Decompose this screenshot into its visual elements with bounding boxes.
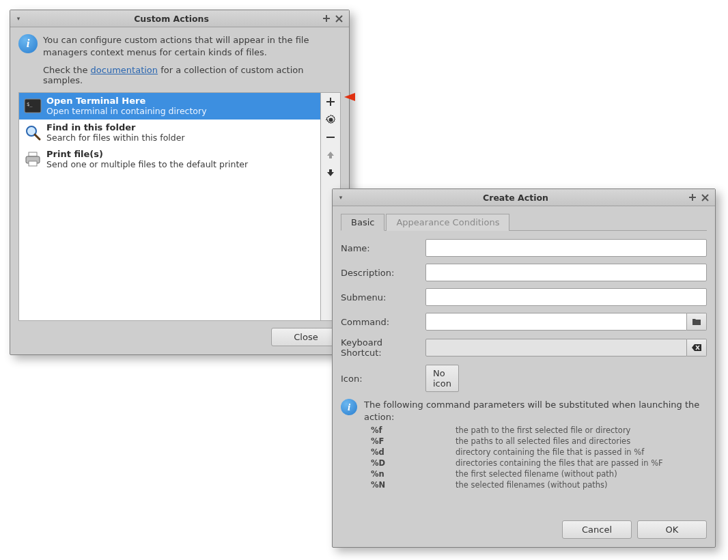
form-row-name: Name: (341, 239, 707, 257)
close-icon[interactable] (333, 12, 345, 25)
form: Name: Description: Submenu: Command: (341, 239, 707, 514)
ok-button[interactable]: OK (637, 520, 707, 539)
action-item-title: Print file(s) (46, 149, 248, 159)
form-row-keyboard-shortcut: Keyboard Shortcut: (341, 337, 707, 358)
remove-action-button[interactable] (322, 128, 339, 146)
label-command: Command: (341, 317, 425, 327)
clear-shortcut-button[interactable] (687, 339, 707, 356)
tabs: Basic Appearance Conditions (341, 213, 707, 231)
terminal-icon: $_ (23, 96, 42, 115)
keyboard-shortcut-input[interactable] (425, 339, 687, 356)
param-key: %f (371, 425, 456, 435)
close-button[interactable]: Close (271, 328, 341, 346)
close-icon[interactable] (699, 191, 711, 204)
svg-rect-6 (29, 161, 37, 166)
move-up-button[interactable] (322, 146, 339, 164)
doc-prefix: Check the (43, 65, 91, 75)
folder-icon (692, 318, 701, 326)
param-row: %nthe first selected filename (without p… (371, 469, 707, 479)
label-icon: Icon: (341, 374, 425, 384)
name-input[interactable] (425, 239, 707, 257)
create-action-window: ▾ Create Action Basic Appearance Conditi… (332, 188, 716, 548)
params-info-row: i The following command parameters will … (341, 399, 707, 423)
param-value: the selected filenames (without paths) (456, 480, 608, 490)
form-row-submenu: Submenu: (341, 288, 707, 306)
info-text: You can configure custom actions that wi… (43, 34, 341, 58)
action-item-texts: Print file(s) Send one or multiple files… (46, 149, 248, 169)
param-value: the paths to all selected files and dire… (456, 436, 630, 446)
tab-appearance-conditions[interactable]: Appearance Conditions (386, 214, 509, 231)
param-row: %Fthe paths to all selected files and di… (371, 436, 707, 446)
action-item-desc: Open terminal in containing directory (46, 106, 207, 116)
documentation-link[interactable]: documentation (91, 65, 158, 75)
window-body: i You can configure custom actions that … (10, 27, 349, 354)
action-item-texts: Open Terminal Here Open terminal in cont… (46, 96, 207, 116)
custom-actions-window: ▾ Custom Actions i You can configure cus… (10, 10, 350, 355)
action-item-title: Open Terminal Here (46, 96, 207, 106)
info-row: i You can configure custom actions that … (18, 34, 341, 58)
action-item-open-terminal[interactable]: $_ Open Terminal Here Open terminal in c… (19, 93, 320, 120)
description-input[interactable] (425, 264, 707, 281)
param-row: %ddirectory containing the file that is … (371, 447, 707, 457)
param-value: the path to the first selected file or d… (456, 425, 630, 435)
action-item-print-files[interactable]: Print file(s) Send one or multiple files… (19, 146, 320, 173)
printer-icon (23, 150, 42, 169)
backspace-icon (692, 344, 702, 352)
action-item-title: Find in this folder (46, 122, 185, 132)
param-key: %D (371, 458, 456, 468)
svg-text:$_: $_ (27, 102, 33, 107)
plus-icon[interactable] (686, 191, 699, 204)
action-list-frame: $_ Open Terminal Here Open terminal in c… (18, 92, 341, 321)
window-menu-icon[interactable]: ▾ (337, 194, 345, 201)
param-row: %Ddirectories containing the files that … (371, 458, 707, 468)
param-key: %d (371, 447, 456, 457)
param-value: directories containing the files that ar… (456, 458, 663, 468)
button-row: Close (18, 328, 341, 346)
param-value: directory containing the file that is pa… (456, 447, 644, 457)
info-icon: i (341, 399, 357, 415)
browse-command-button[interactable] (687, 313, 707, 331)
window-title: Custom Actions (23, 14, 320, 24)
window-menu-icon[interactable]: ▾ (14, 15, 23, 22)
button-row: Cancel OK (341, 520, 707, 539)
param-row: %fthe path to the first selected file or… (371, 425, 707, 435)
add-action-button[interactable] (322, 93, 339, 111)
window-title: Create Action (345, 193, 686, 203)
no-icon-button[interactable]: No icon (425, 365, 459, 392)
action-item-find-in-folder[interactable]: Find in this folder Search for files wit… (19, 120, 320, 146)
action-item-desc: Search for files within this folder (46, 132, 185, 143)
cancel-button[interactable]: Cancel (562, 520, 632, 539)
form-row-description: Description: (341, 264, 707, 281)
param-key: %n (371, 469, 456, 479)
window-body: Basic Appearance Conditions Name: Descri… (333, 206, 715, 547)
svg-rect-7 (326, 137, 335, 138)
form-row-command: Command: (341, 313, 707, 331)
plus-icon[interactable] (320, 12, 333, 25)
magnifier-icon (23, 123, 42, 142)
label-submenu: Submenu: (341, 292, 425, 303)
label-keyboard-shortcut: Keyboard Shortcut: (341, 337, 425, 358)
params-intro: The following command parameters will be… (364, 399, 707, 423)
param-key: %F (371, 436, 456, 446)
titlebar: ▾ Custom Actions (10, 10, 349, 27)
svg-marker-9 (344, 93, 355, 101)
titlebar: ▾ Create Action (333, 189, 715, 206)
svg-rect-4 (29, 152, 37, 156)
svg-line-3 (35, 135, 40, 139)
edit-action-button[interactable] (322, 111, 339, 128)
param-value: the first selected filename (without pat… (456, 469, 617, 479)
arrow-annotation (343, 90, 411, 104)
move-down-button[interactable] (322, 164, 339, 182)
info-icon: i (18, 34, 38, 53)
action-item-texts: Find in this folder Search for files wit… (46, 122, 185, 143)
documentation-line: Check the documentation for a collection… (43, 65, 341, 85)
params-table: %fthe path to the first selected file or… (371, 425, 707, 490)
label-description: Description: (341, 268, 425, 278)
submenu-input[interactable] (425, 288, 707, 306)
param-row: %Nthe selected filenames (without paths) (371, 480, 707, 490)
form-row-icon: Icon: No icon (341, 365, 707, 392)
command-input[interactable] (425, 313, 687, 331)
label-name: Name: (341, 243, 425, 253)
tab-basic[interactable]: Basic (341, 214, 384, 231)
action-list: $_ Open Terminal Here Open terminal in c… (19, 93, 320, 320)
